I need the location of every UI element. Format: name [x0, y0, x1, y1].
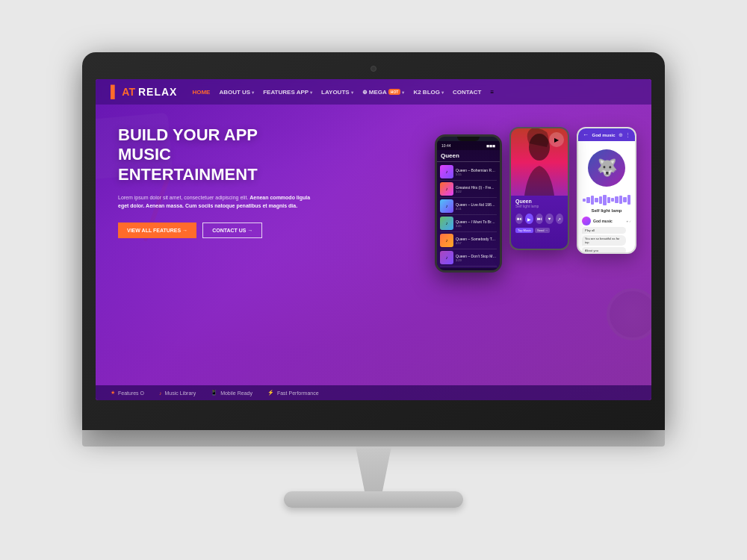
prev-btn[interactable]: ⏮ — [515, 214, 523, 224]
track-info-1: Queen – Bohemian Rhapsody... 5:55 — [456, 168, 497, 176]
track-info-4: Queen – I Want To Break Free... 3:45 — [456, 220, 497, 228]
feature-icon-4: ⚡ — [267, 390, 274, 396]
hero-description: Lorem ipsum dolor sit amet, consectetuer… — [118, 193, 312, 210]
nav-item-contact[interactable]: CONTACT — [453, 89, 482, 96]
phone-artist-image: ▶ — [511, 128, 568, 196]
artist-name: Queen — [515, 199, 563, 204]
phone-track-list: ♪ Queen – Bohemian Rhapsody... 5:55 ♪ — [437, 162, 500, 268]
caret-features: ▾ — [310, 90, 312, 95]
nav-links: HOME ABOUT US ▾ FEATURES APP ▾ LAYOUTS ▾ — [192, 89, 636, 96]
wave-bar-11 — [623, 197, 626, 202]
mega-badge: HOT — [388, 89, 401, 95]
track-artist-6: 3:29 — [456, 258, 497, 262]
phone-header-title: Queen — [437, 150, 500, 162]
view-features-button[interactable]: VIEW ALL FEATURES → — [118, 223, 196, 238]
track-info-5: Queen – Somebody To Lov... 4:57 — [456, 237, 497, 245]
website-container: ▌ AT RELAX HOME ABOUT US ▾ FEATURES APP … — [96, 79, 651, 400]
feature-text-3: Mobile Ready — [220, 391, 252, 396]
wave-bar-3 — [591, 196, 594, 205]
track-info-2: Greatest Hits (I) - Fre... 3:22 — [456, 185, 497, 193]
nav-link-home[interactable]: HOME — [192, 89, 210, 96]
add-playlist-bar: Add to... Cancel — [437, 268, 500, 273]
next-btn[interactable]: ⏭ — [536, 214, 543, 224]
track-thumb-4: ♪ — [440, 217, 453, 230]
hamburger-icon[interactable]: ≡ — [490, 89, 494, 96]
phone-screen: 10:44 ◼◼◼ Queen ♪ Queen – Bohemian Rhaps… — [437, 141, 500, 273]
feature-item-4: ⚡ Fast Performance — [267, 390, 319, 396]
play-btn[interactable]: ▶ — [525, 214, 533, 224]
caret-layouts: ▾ — [351, 90, 353, 95]
player-header: ← God music ⊕ ⋮ — [578, 128, 635, 141]
imac-chin — [82, 430, 665, 447]
artist-genre: Self light lamp — [515, 204, 563, 208]
logo-icon: ▌ — [111, 85, 119, 99]
nav-item-mega[interactable]: ⊕ MEGA HOT ▾ — [362, 89, 405, 96]
player-header-icons: ⊕ ⋮ — [619, 132, 630, 138]
chat-area: God music ♥ ✓ Play all You are so beauti… — [578, 214, 635, 254]
phone-player: ← God music ⊕ ⋮ 🐺 — [577, 127, 636, 254]
nav-item-menu[interactable]: ≡ — [490, 89, 494, 96]
track-item-5: ♪ Queen – Somebody To Lov... 4:57 — [440, 232, 497, 249]
track-item-3: ♪ Queen – Live Aid 1985 For Col... 4:11 — [440, 198, 497, 215]
wave-bar-6 — [603, 195, 606, 205]
user-name-label: God music — [593, 219, 613, 223]
chat-time: ♥ ✓ — [627, 220, 632, 223]
search-icon-player: ⊕ — [619, 132, 623, 138]
nav-item-blog[interactable]: K2 BLOG ▾ — [413, 89, 444, 96]
artist-tags: Top Music Send → — [511, 226, 568, 234]
nav-item-about[interactable]: ABOUT US ▾ — [219, 89, 254, 96]
track-thumb-3: ♪ — [440, 199, 453, 213]
wave-bar-7 — [607, 197, 610, 203]
imac-bezel: ▌ AT RELAX HOME ABOUT US ▾ FEATURES APP … — [82, 52, 665, 430]
nav-link-mega[interactable]: ⊕ MEGA HOT ▾ — [362, 89, 405, 96]
share-btn[interactable]: ↗ — [556, 214, 563, 224]
nav-logo[interactable]: ▌ AT RELAX — [111, 85, 177, 99]
features-bar: ★ Features O ♪ Music Library 📱 Mobile Re… — [96, 385, 651, 400]
track-item-6: ♪ Queen – Don't Stop Me Now... 3:29 — [440, 249, 497, 267]
track-name-3: Queen – Live Aid 1985 For Col... — [456, 202, 497, 207]
feature-icon-2: ♪ — [159, 391, 162, 396]
track-name-1: Queen – Bohemian Rhapsody... — [456, 168, 497, 172]
track-item-2: ♪ Greatest Hits (I) - Fre... 3:22 — [440, 181, 497, 198]
chat-bubble-2: You are so beautiful as far top — [582, 235, 626, 246]
nav-item-layouts[interactable]: LAYOUTS ▾ — [321, 89, 353, 96]
track-name-4: Queen – I Want To Break Free... — [456, 220, 497, 224]
feature-text-1: Features O — [118, 391, 144, 396]
imac-wrapper: ▌ AT RELAX HOME ABOUT US ▾ FEATURES APP … — [82, 52, 665, 508]
feature-item-1: ★ Features O — [111, 390, 144, 396]
phone-status-bar: 10:44 ◼◼◼ — [437, 141, 500, 150]
feature-text-2: Music Library — [165, 391, 196, 396]
more-icon-player: ⋮ — [625, 132, 630, 138]
artist-controls: ⏮ ▶ ⏭ ♥ ↗ — [511, 211, 568, 226]
track-name-2: Greatest Hits (I) - Fre... — [456, 185, 497, 190]
track-name-6: Queen – Don't Stop Me Now... — [456, 254, 497, 258]
nav-link-features[interactable]: FEATURES APP ▾ — [263, 89, 312, 96]
hero-buttons: VIEW ALL FEATURES → CONTACT US → — [118, 223, 312, 238]
chat-user-row: God music ♥ ✓ — [582, 217, 631, 225]
phone-time: 10:44 — [441, 143, 451, 148]
nav-link-contact[interactable]: CONTACT — [453, 89, 482, 96]
feature-item-3: 📱 Mobile Ready — [211, 390, 252, 396]
caret-blog: ▾ — [441, 90, 444, 95]
contact-button[interactable]: CONTACT US → — [202, 223, 262, 238]
phone-artist: ▶ Queen Self light lamp ⏮ ▶ ⏭ ♥ — [509, 127, 569, 250]
imac-stand-neck — [344, 447, 403, 491]
nav-link-layouts[interactable]: LAYOUTS ▾ — [321, 89, 353, 96]
track-info-3: Queen – Live Aid 1985 For Col... 4:11 — [456, 202, 497, 211]
heart-btn[interactable]: ♥ — [545, 214, 553, 224]
phone-signal: ◼◼◼ — [486, 143, 495, 148]
player-title: God music — [592, 133, 615, 137]
nav-item-features[interactable]: FEATURES APP ▾ — [263, 89, 312, 96]
track-thumb-6: ♪ — [440, 251, 453, 264]
album-art: 🐺 — [588, 149, 625, 187]
nav-item-home[interactable]: HOME — [192, 89, 210, 96]
imac-screen: ▌ AT RELAX HOME ABOUT US ▾ FEATURES APP … — [96, 79, 651, 400]
wave-bar-10 — [619, 196, 622, 204]
track-artist-4: 3:45 — [456, 224, 497, 228]
track-thumb-1: ♪ — [440, 165, 453, 178]
chat-bubble-3: About you — [582, 247, 626, 254]
logo-at: AT — [122, 86, 135, 98]
nav-link-blog[interactable]: K2 BLOG ▾ — [413, 89, 444, 96]
nav-link-about[interactable]: ABOUT US ▾ — [219, 89, 254, 96]
track-artist-2: 3:22 — [456, 190, 497, 193]
